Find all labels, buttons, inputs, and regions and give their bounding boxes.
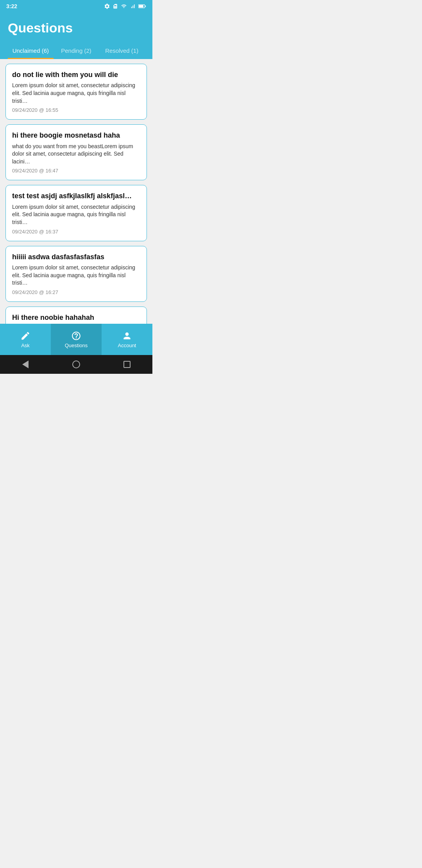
question-title-3: hiiiii asdwa dasfasfasfasfas <box>12 253 140 262</box>
nav-account-label: Account <box>118 343 136 348</box>
question-date-0: 09/24/2020 @ 16:55 <box>12 107 140 113</box>
question-title-4: Hi there noobie hahahah <box>12 313 140 322</box>
question-preview-2: Lorem ipsum dolor sit amet, consectetur … <box>12 203 140 226</box>
settings-icon <box>104 3 110 9</box>
signal-icon <box>130 4 136 9</box>
questions-list: do not lie with them you will die Lorem … <box>0 59 152 324</box>
bottom-nav: Ask Questions Account <box>0 324 152 355</box>
question-date-3: 09/24/2020 @ 16:27 <box>12 289 140 295</box>
page-title: Questions <box>8 20 145 36</box>
battery-icon <box>138 4 146 9</box>
wifi-icon <box>120 4 127 9</box>
nav-questions[interactable]: Questions <box>51 324 102 355</box>
nav-questions-label: Questions <box>65 343 88 348</box>
nav-back-button[interactable] <box>21 360 30 369</box>
tab-unclaimed[interactable]: Unclaimed (6) <box>8 43 54 59</box>
status-time: 3:22 <box>6 3 17 9</box>
question-title-2: test test asjdj asfkjlaslkfj alskfjasl… <box>12 192 140 201</box>
question-card-3[interactable]: hiiiii asdwa dasfasfasfasfas Lorem ipsum… <box>5 246 147 302</box>
svg-rect-2 <box>145 5 146 7</box>
status-icons <box>104 3 146 9</box>
header: Questions Unclaimed (6) Pending (2) Reso… <box>0 13 152 59</box>
question-preview-0: Lorem ipsum dolor sit amet, consectetur … <box>12 82 140 105</box>
nav-ask-label: Ask <box>21 343 30 348</box>
question-card-2[interactable]: test test asjdj asfkjlaslkfj alskfjasl… … <box>5 185 147 241</box>
nav-recent-button[interactable] <box>122 360 132 369</box>
question-title-1: hi there boogie mosnetasd haha <box>12 131 140 140</box>
question-card-0[interactable]: do not lie with them you will die Lorem … <box>5 64 147 120</box>
ask-icon <box>20 331 30 341</box>
svg-rect-1 <box>139 5 143 7</box>
nav-ask[interactable]: Ask <box>0 324 51 355</box>
nav-home-button[interactable] <box>72 360 81 369</box>
question-card-4[interactable]: Hi there noobie hahahah 09/23/2020 @ 17:… <box>5 307 147 324</box>
status-bar: 3:22 <box>0 0 152 13</box>
question-preview-3: Lorem ipsum dolor sit amet, consectetur … <box>12 264 140 287</box>
questions-icon <box>71 331 81 341</box>
nav-account[interactable]: Account <box>102 324 152 355</box>
system-nav <box>0 355 152 374</box>
account-icon <box>122 331 132 341</box>
tab-resolved[interactable]: Resolved (1) <box>99 43 145 59</box>
question-title-0: do not lie with them you will die <box>12 70 140 79</box>
sim-icon <box>113 3 118 9</box>
tab-pending[interactable]: Pending (2) <box>54 43 99 59</box>
question-preview-1: what do you want from me you beastLorem … <box>12 143 140 166</box>
question-date-1: 09/24/2020 @ 16:47 <box>12 168 140 174</box>
tabs-container: Unclaimed (6) Pending (2) Resolved (1) <box>8 43 145 59</box>
question-date-2: 09/24/2020 @ 16:37 <box>12 229 140 235</box>
question-card-1[interactable]: hi there boogie mosnetasd haha what do y… <box>5 124 147 180</box>
